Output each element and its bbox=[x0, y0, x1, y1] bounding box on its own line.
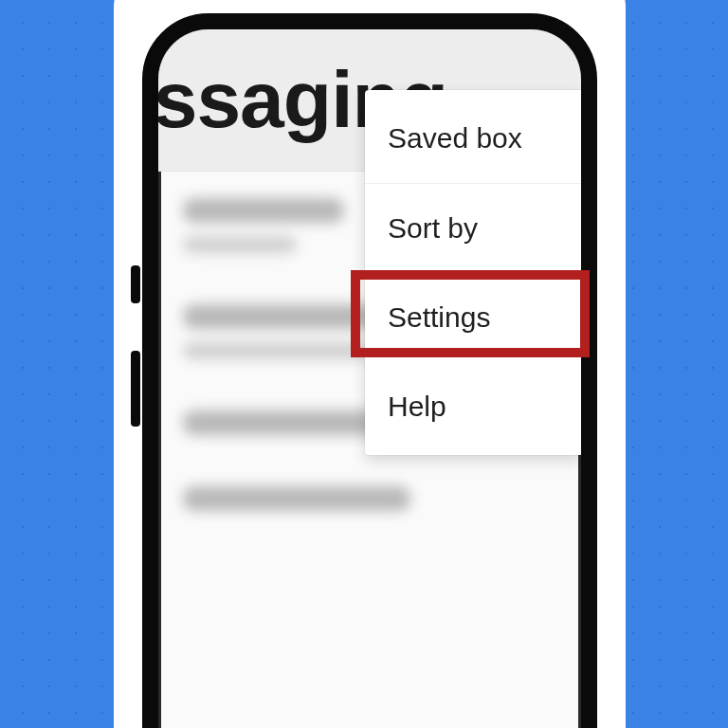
menu-item-label: Help bbox=[388, 391, 446, 422]
overflow-menu: Saved box Sort by Settings Help bbox=[365, 90, 583, 455]
phone-side-button bbox=[131, 265, 140, 303]
menu-item-sort-by[interactable]: Sort by bbox=[365, 184, 583, 273]
menu-item-saved-box[interactable]: Saved box bbox=[365, 94, 583, 184]
phone-volume-button bbox=[131, 351, 140, 427]
menu-item-label: Saved box bbox=[388, 122, 522, 154]
menu-item-label: Settings bbox=[388, 301, 490, 333]
conversation-item[interactable] bbox=[183, 486, 556, 511]
phone-frame: Messaging Saved box Sort by Settings Hel… bbox=[142, 13, 597, 728]
menu-item-help[interactable]: Help bbox=[365, 362, 583, 451]
menu-item-label: Sort by bbox=[388, 212, 478, 244]
menu-item-settings[interactable]: Settings bbox=[365, 273, 583, 362]
